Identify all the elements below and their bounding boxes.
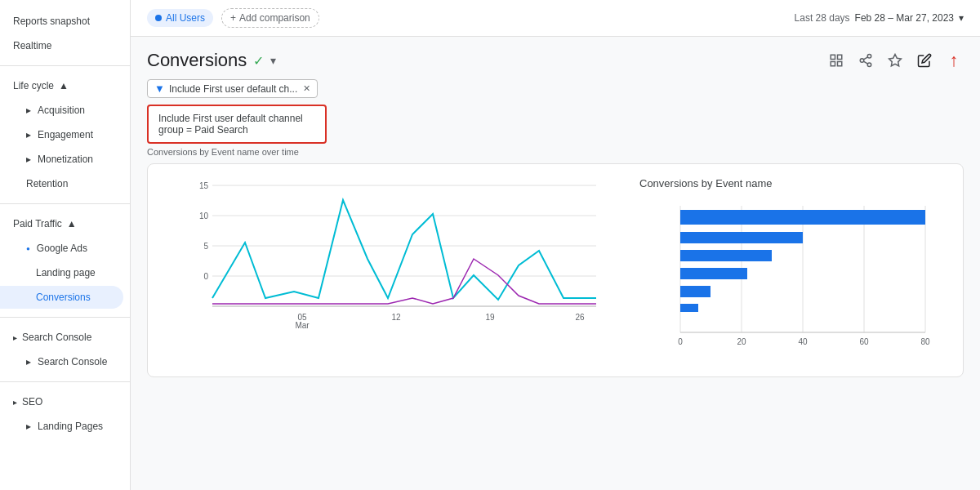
page-title-row: Conversions ✓ ▾ — [147, 50, 276, 71]
expand-icon: ▸ — [13, 398, 17, 407]
page-header: Conversions ✓ ▾ ↑ — [147, 50, 964, 71]
expand-icon: ▸ — [26, 421, 31, 432]
sidebar-item-realtime[interactable]: Realtime — [0, 34, 123, 57]
divider — [0, 65, 130, 66]
sidebar-item-landing-pages[interactable]: ▸ Landing Pages — [0, 415, 123, 438]
sidebar-item-retention[interactable]: Retention — [0, 172, 123, 195]
svg-point-5 — [860, 59, 864, 63]
filter-tooltip: Include First user default channel group… — [147, 105, 327, 144]
svg-text:80: 80 — [920, 337, 930, 346]
sidebar-item-google-ads[interactable]: ● Google Ads — [0, 237, 123, 260]
bar-chart-title: Conversions by Event name — [639, 177, 950, 189]
filter-row: ▼ Include First user default ch... ✕ — [147, 79, 964, 98]
sidebar-item-monetization[interactable]: ▸ Monetization — [0, 148, 123, 171]
section-label: SEO — [22, 396, 42, 408]
add-comparison-button[interactable]: + Add comparison — [221, 8, 319, 28]
charts-container: 15 10 5 0 05 Mar 12 19 26 — [147, 163, 964, 377]
expand-icon: ▸ — [26, 105, 31, 116]
grid-icon[interactable] — [826, 51, 846, 70]
sidebar-section-search-console[interactable]: ▸ Search Console — [0, 326, 130, 349]
svg-line-7 — [863, 61, 867, 64]
topbar: All Users + Add comparison Last 28 days … — [131, 0, 980, 37]
section-label: Search Console — [22, 332, 91, 343]
svg-text:0: 0 — [203, 272, 208, 281]
sidebar-item-conversions[interactable]: Conversions — [0, 286, 123, 309]
add-comparison-label: Add comparison — [239, 12, 310, 24]
all-users-label: All Users — [166, 12, 205, 24]
filter-close-icon[interactable]: ✕ — [303, 83, 310, 94]
chart-subtitle: Conversions by Event name over time — [147, 147, 964, 157]
content-area: Conversions ✓ ▾ ↑ — [131, 37, 980, 490]
sidebar-item-reports-snapshot[interactable]: Reports snapshot — [0, 10, 123, 33]
sidebar-section-seo[interactable]: ▸ SEO — [0, 390, 130, 413]
svg-text:60: 60 — [859, 337, 869, 346]
section-label: Paid Traffic — [13, 218, 62, 229]
svg-rect-39 — [680, 286, 710, 297]
section-label: Life cycle — [13, 80, 54, 91]
bar-chart-svg: 0 20 40 60 80 — [639, 198, 950, 361]
sidebar-section-lifecycle[interactable]: Life cycle ▲ — [0, 74, 130, 97]
svg-rect-35 — [680, 210, 925, 225]
last-days-label: Last 28 days — [795, 12, 850, 24]
svg-rect-0 — [831, 55, 835, 59]
svg-text:10: 10 — [199, 212, 209, 220]
divider — [0, 203, 130, 204]
svg-rect-37 — [680, 250, 772, 261]
svg-rect-3 — [838, 62, 842, 66]
sidebar-item-label: Monetization — [38, 154, 93, 165]
svg-rect-36 — [680, 232, 803, 243]
tooltip-text: Include First user default channel group… — [158, 113, 303, 136]
svg-rect-2 — [831, 62, 835, 66]
svg-text:5: 5 — [203, 242, 208, 251]
svg-rect-1 — [838, 55, 842, 59]
sidebar-item-label: Google Ads — [37, 243, 87, 254]
share-icon[interactable] — [856, 51, 875, 70]
expand-icon: ▸ — [13, 333, 17, 342]
all-users-dot — [155, 15, 162, 21]
svg-rect-40 — [680, 304, 698, 312]
svg-text:15: 15 — [199, 181, 209, 190]
toolbar-icons: ↑ — [826, 51, 964, 70]
page-title: Conversions — [147, 50, 247, 71]
svg-rect-38 — [680, 268, 747, 279]
date-range-selector[interactable]: Last 28 days Feb 28 – Mar 27, 2023 ▾ — [795, 12, 964, 24]
sidebar-section-paid-traffic[interactable]: Paid Traffic ▲ — [0, 212, 130, 235]
svg-text:26: 26 — [575, 313, 585, 322]
bar-chart: Conversions by Event name 0 20 40 60 80 — [639, 177, 950, 363]
sidebar-item-search-console[interactable]: ▸ Search Console — [0, 350, 123, 373]
sidebar-item-label: Retention — [26, 178, 68, 189]
filter-chip[interactable]: ▼ Include First user default ch... ✕ — [147, 79, 318, 98]
date-range-label: Feb 28 – Mar 27, 2023 — [855, 12, 954, 24]
expand-dot-icon: ● — [26, 245, 30, 252]
sidebar-item-landing-page[interactable]: Landing page — [0, 261, 123, 284]
svg-line-8 — [863, 57, 867, 60]
arrow-up-indicator: ↑ — [944, 51, 964, 70]
svg-text:Mar: Mar — [295, 321, 310, 330]
expand-icon: ▸ — [26, 356, 31, 368]
sidebar-item-label: Realtime — [13, 40, 51, 51]
sidebar-item-label: Landing page — [36, 267, 96, 278]
pencil-icon[interactable] — [915, 51, 934, 70]
star-icon[interactable] — [885, 51, 905, 70]
sidebar: Reports snapshot Realtime Life cycle ▲ ▸… — [0, 0, 131, 490]
expand-icon: ▸ — [26, 154, 31, 165]
arrow-up-icon: ↑ — [950, 51, 959, 69]
sidebar-item-engagement[interactable]: ▸ Engagement — [0, 123, 123, 146]
all-users-chip[interactable]: All Users — [147, 9, 213, 27]
sidebar-item-label: Reports snapshot — [13, 16, 90, 27]
divider — [0, 317, 130, 318]
plus-icon: + — [230, 12, 236, 24]
sidebar-item-label: Search Console — [38, 356, 107, 368]
sidebar-item-label: Conversions — [36, 292, 91, 303]
main-content: All Users + Add comparison Last 28 days … — [131, 0, 980, 490]
expand-icon: ▸ — [26, 129, 31, 140]
sidebar-item-label: Acquisition — [38, 105, 85, 116]
check-icon: ✓ — [253, 53, 264, 69]
sidebar-item-acquisition[interactable]: ▸ Acquisition — [0, 99, 123, 122]
title-dropdown-icon[interactable]: ▾ — [270, 54, 276, 67]
svg-text:40: 40 — [798, 337, 808, 346]
filter-icon: ▼ — [154, 82, 165, 95]
filter-label: Include First user default ch... — [169, 83, 297, 95]
sidebar-item-label: Landing Pages — [38, 421, 103, 432]
collapse-icon: ▲ — [67, 218, 77, 229]
